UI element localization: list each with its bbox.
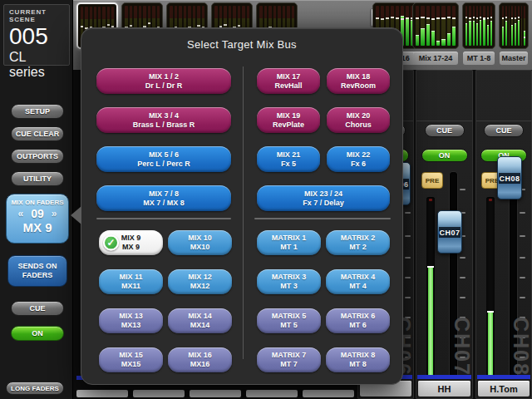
dialog-button-mix-17[interactable]: MIX 17RevHall: [257, 68, 320, 94]
master-on-button[interactable]: ON: [11, 326, 64, 341]
meter-green-top: [476, 23, 478, 24]
sidebar-item-utility[interactable]: UTILITY: [11, 171, 64, 186]
fader-scale-tick: [520, 235, 525, 237]
dialog-button-mix-7-8[interactable]: MIX 7 / 8MX 7 / MX 8: [96, 185, 231, 211]
meter-column: [447, 6, 451, 46]
on-button-ch07[interactable]: ON: [421, 149, 468, 162]
bus-number: MIX 10: [188, 234, 212, 243]
meter-green-top: [421, 28, 424, 29]
dialog-button-matrix-4[interactable]: MATRIX 4MT 4: [326, 269, 390, 294]
mix-next-arrow-icon[interactable]: »: [52, 208, 57, 219]
select-target-mix-bus-dialog: Select Target Mix Bus MIX 1 / 2Dr L / Dr…: [81, 27, 403, 385]
selected-check-icon: ✓: [103, 235, 119, 251]
meter-peak-mark: [376, 17, 379, 19]
console-series-label: CL series: [9, 50, 64, 80]
dialog-button-mix-10[interactable]: MIX 10MX10: [168, 230, 232, 255]
bus-number: MIX 21: [277, 150, 301, 160]
dialog-button-mix-23-24[interactable]: MIX 23 / 24Fx 7 / Delay: [257, 185, 390, 211]
meter-column: [502, 6, 504, 46]
output-meter-label-mt-1-8[interactable]: MT 1-8: [463, 52, 495, 65]
dialog-button-mix-19[interactable]: MIX 19RevPlate: [257, 107, 320, 133]
matrix-group: MATRIX 1MT 1MATRIX 2MT 2MATRIX 3MT 3MATR…: [257, 230, 390, 372]
meter-green-top: [487, 25, 489, 26]
dialog-button-matrix-5[interactable]: MATRIX 5MT 5: [257, 308, 321, 333]
bus-name: MX11: [121, 282, 140, 291]
fader-knob-ch07[interactable]: CH07: [437, 210, 462, 254]
cue-button-ch08[interactable]: CUE: [484, 124, 524, 137]
dialog-button-mix-21[interactable]: MIX 21Fx 5: [257, 146, 320, 172]
sidebar-item-cue-clear[interactable]: CUE CLEAR: [11, 126, 64, 141]
meter-green-fill: [436, 42, 440, 46]
meter-peak-mark: [406, 17, 409, 19]
hidden-channel-name-plate: [303, 390, 354, 397]
output-meter-label-master[interactable]: Master: [500, 52, 528, 65]
fader-scale-tick: [405, 235, 411, 237]
dialog-button-matrix-2[interactable]: MATRIX 2MT 2: [326, 230, 390, 255]
sidebar-item-outports[interactable]: OUTPORTS: [11, 149, 64, 164]
dialog-rule-left: [96, 218, 231, 219]
meter-peak-mark: [480, 17, 481, 18]
scene-number: 005: [9, 24, 64, 49]
dialog-button-mix-16[interactable]: MIX 16MX16: [168, 347, 232, 372]
dialog-title: Select Target Mix Bus: [81, 38, 402, 51]
mix-on-faders-selector[interactable]: MIX ON FADERS « 09 » MX 9: [6, 194, 69, 244]
meter-peak-mark: [81, 26, 83, 27]
dialog-button-mix-20[interactable]: MIX 20Chorus: [327, 107, 390, 133]
meter-green-top: [505, 21, 507, 22]
pre-indicator-ch07[interactable]: PRE: [421, 172, 443, 189]
meter-peak-mark: [436, 17, 440, 19]
cue-button-ch07[interactable]: CUE: [425, 124, 465, 137]
bus-name: MX10: [190, 243, 210, 252]
meter-column: [469, 6, 470, 46]
bus-name: Brass L / Brass R: [133, 121, 195, 130]
dialog-button-mix-18[interactable]: MIX 18RevRoom: [327, 68, 390, 94]
bus-number: MATRIX 3: [272, 273, 306, 282]
fader-knob-label: CH08: [499, 173, 520, 184]
meter-column: [521, 6, 523, 46]
meter-green-fill: [421, 29, 424, 46]
output-meter-block-master[interactable]: [499, 2, 529, 49]
dialog-button-mix-15[interactable]: MIX 15MX15: [99, 347, 163, 372]
mix-prev-arrow-icon[interactable]: «: [18, 208, 24, 219]
meter-green-fill: [473, 22, 475, 46]
dialog-button-mix-1-2[interactable]: MIX 1 / 2Dr L / Dr R: [96, 68, 231, 94]
meter-peak-mark: [401, 18, 404, 20]
dialog-button-matrix-6[interactable]: MATRIX 6MT 6: [326, 308, 390, 333]
dialog-button-mix-5-6[interactable]: MIX 5 / 6Perc L / Perc R: [96, 146, 231, 172]
meter-column: [416, 6, 419, 46]
meter-green-fill: [426, 25, 430, 46]
meter-green-top: [502, 27, 504, 27]
meter-peak-mark: [452, 17, 456, 19]
meter-column: [524, 6, 525, 46]
current-scene-box[interactable]: CURRENT SCENE 005 CL series: [3, 4, 70, 66]
fader-knob-label: CH07: [439, 227, 461, 238]
meter-green-top: [515, 23, 516, 24]
dialog-button-mix-22[interactable]: MIX 22Fx 6: [327, 146, 390, 172]
dialog-button-mix-14[interactable]: MIX 14MX14: [168, 308, 232, 333]
dialog-button-matrix-3[interactable]: MATRIX 3MT 3: [257, 269, 321, 294]
dialog-button-matrix-8[interactable]: MATRIX 8MT 8: [326, 347, 390, 372]
dialog-button-matrix-1[interactable]: MATRIX 1MT 1: [257, 230, 321, 255]
meter-green-fill: [469, 22, 470, 46]
fader-knob-ch08[interactable]: CH08: [497, 156, 522, 200]
meter-column: [473, 6, 475, 46]
meter-peak-mark: [505, 17, 507, 18]
long-faders-button[interactable]: LONG FADERS: [6, 382, 64, 395]
output-meter-block-mix-17-24[interactable]: [412, 2, 459, 49]
sends-on-faders-button[interactable]: SENDS ON FADERS: [7, 255, 67, 287]
bus-number: MATRIX 5: [272, 312, 306, 321]
dialog-button-mix-12[interactable]: MIX 12MX12: [168, 269, 232, 294]
current-scene-label: CURRENT SCENE: [9, 8, 64, 23]
master-cue-button[interactable]: CUE: [11, 301, 64, 316]
dialog-button-mix-13[interactable]: MIX 13MX13: [99, 308, 163, 333]
channel-color-bar: [477, 375, 530, 379]
channel-watermark: CH07: [450, 317, 473, 377]
dialog-button-mix-3-4[interactable]: MIX 3 / 4Brass L / Brass R: [96, 107, 231, 133]
meter-peak-mark: [476, 17, 478, 19]
output-meter-label-mix-17-24[interactable]: Mix 17-24: [413, 52, 458, 65]
dialog-button-mix-9[interactable]: ✓MIX 9MX 9: [99, 230, 163, 255]
sidebar-item-setup[interactable]: SETUP: [11, 104, 64, 119]
dialog-button-matrix-7[interactable]: MATRIX 7MT 7: [257, 347, 321, 372]
output-meter-block-mt-1-8[interactable]: [462, 2, 495, 49]
dialog-button-mix-11[interactable]: MIX 11MX11: [99, 269, 163, 294]
